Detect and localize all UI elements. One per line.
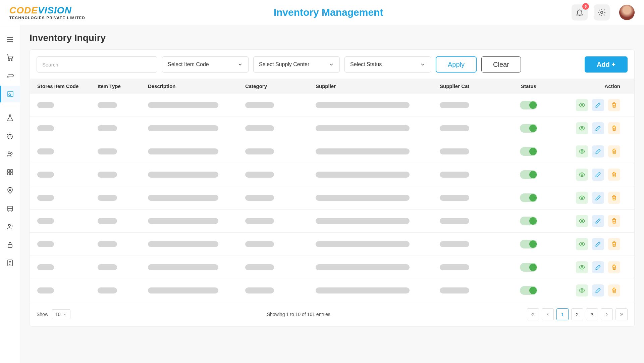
view-button[interactable] xyxy=(576,99,588,111)
pin-icon xyxy=(6,186,14,194)
skeleton xyxy=(98,241,117,247)
clear-button[interactable]: Clear xyxy=(481,56,521,73)
page-number[interactable]: 3 xyxy=(586,308,598,320)
supply-center-select[interactable]: Select Supply Center xyxy=(253,56,340,73)
page-first[interactable] xyxy=(527,308,539,320)
edit-button[interactable] xyxy=(592,122,604,134)
skeleton xyxy=(148,218,218,224)
edit-button[interactable] xyxy=(592,192,604,204)
view-button[interactable] xyxy=(576,215,588,227)
skeleton xyxy=(148,195,218,201)
view-button[interactable] xyxy=(576,122,588,134)
search-input[interactable] xyxy=(37,56,157,73)
flask-icon xyxy=(6,114,14,122)
view-button[interactable] xyxy=(576,145,588,157)
sidebar-users[interactable] xyxy=(0,146,20,163)
table-row xyxy=(30,210,634,233)
apply-button[interactable]: Apply xyxy=(436,56,477,73)
skeleton xyxy=(440,264,469,270)
return-icon xyxy=(6,72,14,80)
avatar[interactable] xyxy=(619,5,635,20)
skeleton xyxy=(37,172,54,178)
page-number[interactable]: 2 xyxy=(571,308,583,320)
status-toggle[interactable] xyxy=(520,263,537,272)
edit-icon xyxy=(595,125,601,132)
status-toggle[interactable] xyxy=(520,124,537,133)
sidebar-return[interactable] xyxy=(0,67,20,84)
content-panel: Select Item Code Select Supply Center Se… xyxy=(30,49,635,327)
logo-subtitle: TECHNOLOGIES PRIVATE LIMITED xyxy=(9,16,85,20)
view-button[interactable] xyxy=(576,169,588,181)
col-desc: Description xyxy=(148,83,245,89)
col-status: Status xyxy=(507,83,550,89)
sidebar-timer[interactable] xyxy=(0,128,20,144)
svg-point-23 xyxy=(581,243,583,245)
sidebar-lock[interactable] xyxy=(0,236,20,253)
skeleton xyxy=(316,241,410,247)
skeleton xyxy=(148,172,218,178)
page-number[interactable]: 1 xyxy=(556,308,569,320)
status-toggle[interactable] xyxy=(520,101,537,109)
delete-button[interactable] xyxy=(608,284,620,297)
svg-point-4 xyxy=(9,94,11,96)
delete-button[interactable] xyxy=(608,192,620,204)
page-last[interactable] xyxy=(615,308,628,320)
add-button[interactable]: Add + xyxy=(585,56,628,73)
status-toggle[interactable] xyxy=(520,286,537,295)
delete-button[interactable] xyxy=(608,122,620,134)
edit-button[interactable] xyxy=(592,99,604,111)
status-toggle[interactable] xyxy=(520,217,537,225)
skeleton xyxy=(37,218,54,224)
sidebar-menu-toggle[interactable] xyxy=(0,31,20,48)
chevron-down-icon xyxy=(237,62,243,67)
view-button[interactable] xyxy=(576,261,588,273)
delete-button[interactable] xyxy=(608,99,620,111)
edit-button[interactable] xyxy=(592,169,604,181)
skeleton xyxy=(440,148,469,154)
delete-button[interactable] xyxy=(608,215,620,227)
edit-button[interactable] xyxy=(592,261,604,273)
status-select[interactable]: Select Status xyxy=(344,56,431,73)
eye-icon xyxy=(579,264,585,271)
page-next[interactable] xyxy=(601,308,613,320)
edit-button[interactable] xyxy=(592,238,604,250)
status-toggle[interactable] xyxy=(520,147,537,156)
eye-icon xyxy=(579,148,585,155)
chevron-right-icon xyxy=(604,312,609,317)
sidebar-user-add[interactable] xyxy=(0,218,20,235)
eye-icon xyxy=(579,102,585,108)
skeleton xyxy=(148,264,218,270)
status-toggle[interactable] xyxy=(520,170,537,179)
notifications-button[interactable]: 6 xyxy=(572,4,588,20)
sidebar-apps[interactable] xyxy=(0,164,20,181)
page-size-select[interactable]: 10 xyxy=(52,309,70,319)
skeleton xyxy=(316,172,410,178)
edit-button[interactable] xyxy=(592,215,604,227)
delete-button[interactable] xyxy=(608,145,620,157)
page-prev[interactable] xyxy=(542,308,554,320)
delete-button[interactable] xyxy=(608,169,620,181)
sidebar-report[interactable] xyxy=(0,255,20,271)
sidebar-lab[interactable] xyxy=(0,109,20,126)
status-toggle[interactable] xyxy=(520,240,537,248)
settings-button[interactable] xyxy=(594,4,610,20)
skeleton xyxy=(37,264,54,270)
sidebar-shelf[interactable] xyxy=(0,200,20,217)
view-button[interactable] xyxy=(576,192,588,204)
edit-button[interactable] xyxy=(592,145,604,157)
skeleton xyxy=(98,172,117,178)
sidebar-location[interactable] xyxy=(0,182,20,199)
edit-button[interactable] xyxy=(592,284,604,297)
document-icon xyxy=(6,259,14,267)
view-button[interactable] xyxy=(576,284,588,297)
item-code-select[interactable]: Select Item Code xyxy=(162,56,249,73)
view-button[interactable] xyxy=(576,238,588,250)
edit-icon xyxy=(595,241,601,247)
sidebar-inventory[interactable] xyxy=(0,86,20,102)
delete-button[interactable] xyxy=(608,238,620,250)
status-toggle[interactable] xyxy=(520,193,537,202)
sidebar-cart[interactable] xyxy=(0,49,20,66)
delete-button[interactable] xyxy=(608,261,620,273)
logo-text: CODEVISION xyxy=(9,5,85,16)
supply-center-label: Select Supply Center xyxy=(259,61,309,67)
